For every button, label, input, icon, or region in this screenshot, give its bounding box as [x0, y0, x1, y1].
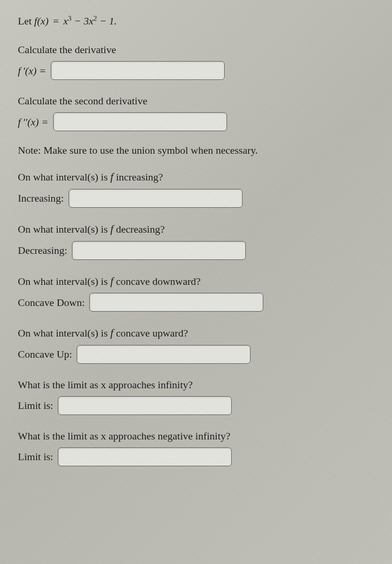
first-derivative-row: f ′(x) = — [18, 61, 379, 80]
limit-neg-label: Limit is: — [18, 449, 53, 464]
increasing-input[interactable] — [69, 189, 243, 208]
concave-down-prompt: On what interval(s) is f concave downwar… — [18, 273, 379, 290]
f-double-prime-input[interactable] — [53, 112, 227, 131]
limit-pos-input[interactable] — [58, 396, 232, 415]
concave-up-label: Concave Up: — [18, 346, 72, 362]
decreasing-row: Decreasing: — [18, 241, 379, 260]
problem-statement: Let f(x) = x3 − 3x2 − 1. — [18, 13, 379, 29]
concave-up-prompt: On what interval(s) is f concave upward? — [18, 325, 379, 341]
f-double-prime-label: f ′′(x) = — [18, 114, 48, 130]
increasing-row: Increasing: — [18, 189, 379, 208]
concave-up-row: Concave Up: — [18, 345, 379, 364]
limit-pos-prompt: What is the limit as x approaches infini… — [18, 377, 379, 392]
limit-neg-prompt: What is the limit as x approaches negati… — [18, 428, 379, 444]
decreasing-prompt: On what interval(s) is f decreasing? — [18, 221, 379, 237]
limit-pos-label: Limit is: — [18, 398, 53, 413]
limit-neg-input[interactable] — [58, 447, 232, 466]
increasing-prompt: On what interval(s) is f increasing? — [18, 169, 379, 185]
concave-down-row: Concave Down: — [18, 293, 379, 312]
f-prime-input[interactable] — [51, 61, 225, 80]
let-text: Let — [18, 15, 34, 27]
second-derivative-prompt: Calculate the second derivative — [18, 93, 379, 109]
limit-neg-row: Limit is: — [18, 447, 379, 466]
function-definition: f(x) = x3 − 3x2 − 1. — [34, 15, 117, 27]
decreasing-label: Decreasing: — [18, 243, 67, 258]
union-note: Note: Make sure to use the union symbol … — [18, 144, 379, 157]
first-derivative-prompt: Calculate the derivative — [18, 42, 379, 57]
limit-pos-row: Limit is: — [18, 396, 379, 415]
concave-down-input[interactable] — [89, 293, 263, 312]
increasing-label: Increasing: — [18, 190, 64, 206]
concave-down-label: Concave Down: — [18, 295, 85, 310]
f-prime-label: f ′(x) = — [18, 63, 46, 78]
decreasing-input[interactable] — [72, 241, 246, 260]
second-derivative-row: f ′′(x) = — [18, 112, 379, 131]
concave-up-input[interactable] — [77, 345, 251, 364]
